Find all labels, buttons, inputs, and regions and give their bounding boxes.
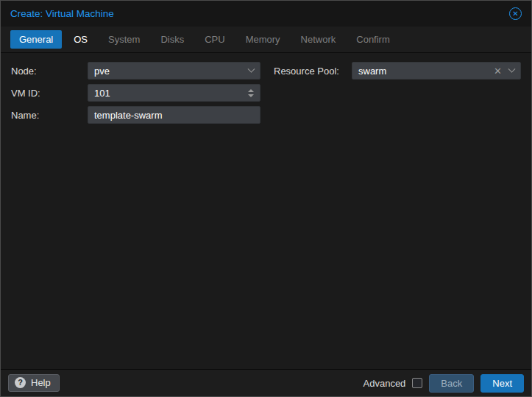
- tab-system: System: [99, 30, 149, 49]
- name-input[interactable]: [88, 106, 260, 124]
- dialog-footer: ? Help Advanced Back Next: [1, 369, 531, 396]
- tab-general[interactable]: General: [10, 30, 62, 49]
- name-label: Name:: [11, 110, 88, 121]
- help-button[interactable]: ? Help: [8, 374, 60, 392]
- resource-pool-select[interactable]: swarm ✕: [352, 62, 521, 80]
- tab-confirm: Confirm: [347, 30, 399, 49]
- vmid-value: 101: [94, 88, 110, 99]
- node-value: pve: [94, 66, 110, 77]
- clear-icon[interactable]: ✕: [494, 66, 509, 77]
- spinner-arrows: [248, 89, 254, 97]
- spinner-down-icon[interactable]: [248, 94, 254, 97]
- vmid-spinner[interactable]: 101: [88, 84, 260, 102]
- node-label: Node:: [11, 66, 88, 77]
- help-button-label: Help: [31, 377, 51, 388]
- create-vm-dialog: Create: Virtual Machine ✕ General OS Sys…: [0, 0, 532, 397]
- vmid-label: VM ID:: [11, 88, 88, 99]
- resource-pool-label: Resource Pool:: [274, 66, 352, 77]
- spinner-up-icon[interactable]: [248, 89, 254, 92]
- close-icon[interactable]: ✕: [509, 7, 522, 20]
- node-row: Node: pve: [11, 62, 260, 80]
- resource-pool-value: swarm: [358, 66, 386, 77]
- tab-memory: Memory: [237, 30, 289, 49]
- next-button[interactable]: Next: [480, 374, 524, 393]
- advanced-checkbox[interactable]: [412, 378, 422, 388]
- general-form: Node: pve VM ID: 101 Name:: [1, 53, 531, 369]
- back-button[interactable]: Back: [429, 374, 474, 393]
- wizard-tab-bar: General OS System Disks CPU Memory Netwo…: [1, 27, 531, 53]
- footer-actions: Advanced Back Next: [363, 374, 524, 393]
- advanced-label: Advanced: [363, 378, 406, 389]
- form-left-column: Node: pve VM ID: 101 Name:: [11, 62, 260, 128]
- dialog-titlebar: Create: Virtual Machine ✕: [1, 1, 531, 27]
- tab-network: Network: [292, 30, 345, 49]
- tab-disks: Disks: [152, 30, 193, 49]
- tab-cpu: CPU: [196, 30, 233, 49]
- node-select[interactable]: pve: [88, 62, 260, 80]
- chevron-down-icon[interactable]: [508, 65, 516, 72]
- chevron-down-icon[interactable]: [248, 65, 255, 72]
- dialog-title: Create: Virtual Machine: [10, 8, 114, 19]
- tab-os[interactable]: OS: [65, 30, 96, 49]
- vmid-row: VM ID: 101: [11, 84, 260, 102]
- form-right-column: Resource Pool: swarm ✕: [274, 62, 521, 84]
- resource-pool-row: Resource Pool: swarm ✕: [274, 62, 521, 80]
- name-row: Name:: [11, 106, 260, 124]
- help-icon: ?: [15, 377, 26, 388]
